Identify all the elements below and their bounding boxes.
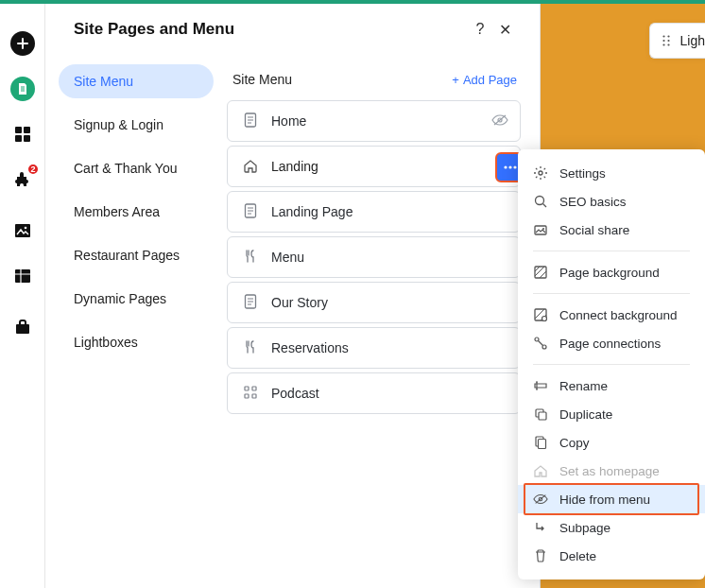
page-row-landing-page[interactable]: Landing Page	[227, 191, 521, 233]
sidebar-item-members-area[interactable]: Members Area	[59, 195, 214, 229]
page-row-our-story[interactable]: Our Story	[227, 282, 521, 323]
svg-rect-4	[15, 224, 30, 237]
grid-icon	[14, 126, 31, 143]
pages-menu-button[interactable]	[0, 66, 45, 112]
svg-rect-0	[15, 127, 22, 133]
plus-icon	[16, 37, 29, 50]
search-icon	[533, 194, 548, 209]
page-row-menu[interactable]: Menu	[227, 236, 521, 278]
add-page-label: Add Page	[463, 73, 517, 87]
menu-item-page-connections[interactable]: Page connections	[518, 329, 705, 357]
sidebar-nav: Site Menu Signup & Login Cart & Thank Yo…	[45, 59, 227, 588]
page-row-landing[interactable]: Landing	[227, 146, 521, 187]
home-icon	[533, 463, 548, 478]
pages-panel: Site Pages and Menu ? ✕ Site Menu Signup…	[45, 4, 541, 588]
menu-label: SEO basics	[559, 195, 627, 209]
svg-rect-16	[252, 387, 256, 390]
page-row-reservations[interactable]: Reservations	[227, 327, 521, 369]
editor-left-bar: 2	[0, 4, 45, 588]
svg-rect-2	[15, 135, 22, 142]
menu-separator	[533, 293, 690, 294]
sidebar-item-site-menu[interactable]: Site Menu	[59, 64, 214, 98]
menu-label: Rename	[559, 379, 608, 393]
trash-icon	[533, 548, 548, 563]
svg-rect-6	[15, 269, 30, 283]
menu-item-settings[interactable]: Settings	[518, 159, 705, 187]
menu-label: Copy	[559, 436, 590, 450]
page-row-home[interactable]: Home	[227, 100, 521, 142]
sidebar-item-signup-login[interactable]: Signup & Login	[59, 108, 214, 142]
svg-rect-17	[245, 394, 249, 398]
menu-item-set-as-homepage: Set as homepage	[518, 457, 705, 485]
menu-item-duplicate[interactable]: Duplicate	[518, 400, 705, 428]
page-label: Home	[271, 113, 491, 129]
svg-point-36	[667, 40, 669, 42]
help-button[interactable]: ?	[468, 17, 492, 42]
sidebar-item-restaurant-pages[interactable]: Restaurant Pages	[59, 238, 214, 272]
svg-point-10	[504, 165, 507, 168]
svg-point-25	[542, 317, 547, 321]
restaurant-icon	[241, 339, 260, 357]
menu-item-social-share[interactable]: Social share	[518, 216, 705, 244]
close-button[interactable]: ✕	[492, 17, 517, 42]
more-icon	[503, 165, 518, 169]
sidebar-item-cart-thank-you[interactable]: Cart & Thank You	[59, 151, 214, 185]
menu-label: Page background	[559, 266, 660, 280]
page-icon	[17, 82, 28, 95]
light-mode-button[interactable]: Ligh	[649, 23, 705, 59]
content-manager-button[interactable]	[0, 253, 45, 299]
svg-rect-18	[252, 394, 256, 398]
podcast-icon	[241, 385, 260, 403]
menu-separator	[533, 251, 690, 251]
menu-item-copy[interactable]: Copy	[518, 428, 705, 457]
section-title: Site Menu	[232, 72, 452, 87]
sidebar-item-lightboxes[interactable]: Lightboxes	[59, 325, 214, 359]
svg-rect-29	[539, 412, 546, 420]
svg-point-27	[542, 345, 546, 349]
add-element-button[interactable]	[0, 21, 45, 66]
connections-icon	[533, 336, 548, 351]
menu-label: Page connections	[559, 337, 661, 351]
menu-item-page-background[interactable]: Page background	[518, 258, 705, 286]
panel-header: Site Pages and Menu ? ✕	[45, 4, 540, 59]
menu-item-delete[interactable]: Delete	[518, 542, 705, 570]
apps-button[interactable]: 2	[0, 157, 45, 202]
subpage-icon	[533, 520, 548, 535]
svg-rect-31	[539, 440, 546, 449]
svg-point-38	[667, 43, 669, 45]
page-label: Podcast	[271, 386, 508, 401]
svg-point-20	[536, 197, 544, 205]
gear-icon	[533, 165, 548, 181]
menu-item-subpage[interactable]: Subpage	[518, 513, 705, 542]
menu-label: Duplicate	[559, 407, 612, 422]
page-label: Our Story	[271, 295, 508, 310]
svg-point-26	[535, 337, 539, 341]
table-icon	[14, 268, 31, 284]
image-icon	[14, 223, 31, 238]
page-type-icon	[241, 294, 260, 312]
hide-icon	[533, 493, 548, 506]
layout-button[interactable]	[0, 112, 45, 157]
menu-item-seo-basics[interactable]: SEO basics	[518, 187, 705, 216]
svg-rect-3	[24, 135, 30, 142]
menu-label: Settings	[559, 166, 606, 181]
top-accent-bar	[0, 0, 705, 4]
media-button[interactable]	[0, 208, 45, 253]
rename-icon	[533, 378, 548, 393]
menu-item-connect-background[interactable]: Connect background	[518, 301, 705, 329]
svg-rect-1	[24, 127, 30, 133]
svg-rect-7	[16, 324, 29, 334]
menu-label: Social share	[559, 223, 629, 237]
page-row-podcast[interactable]: Podcast	[227, 372, 521, 414]
menu-label: Set as homepage	[559, 464, 660, 478]
business-button[interactable]	[0, 304, 45, 350]
svg-point-35	[662, 40, 664, 42]
menu-item-hide-from-menu[interactable]: Hide from menu	[518, 485, 705, 513]
sidebar-item-dynamic-pages[interactable]: Dynamic Pages	[59, 282, 214, 316]
svg-rect-21	[535, 226, 546, 234]
page-type-icon	[241, 203, 260, 221]
add-page-button[interactable]: + Add Page	[452, 73, 517, 87]
svg-point-19	[539, 171, 542, 175]
connect-background-icon	[533, 307, 548, 322]
menu-item-rename[interactable]: Rename	[518, 372, 705, 400]
